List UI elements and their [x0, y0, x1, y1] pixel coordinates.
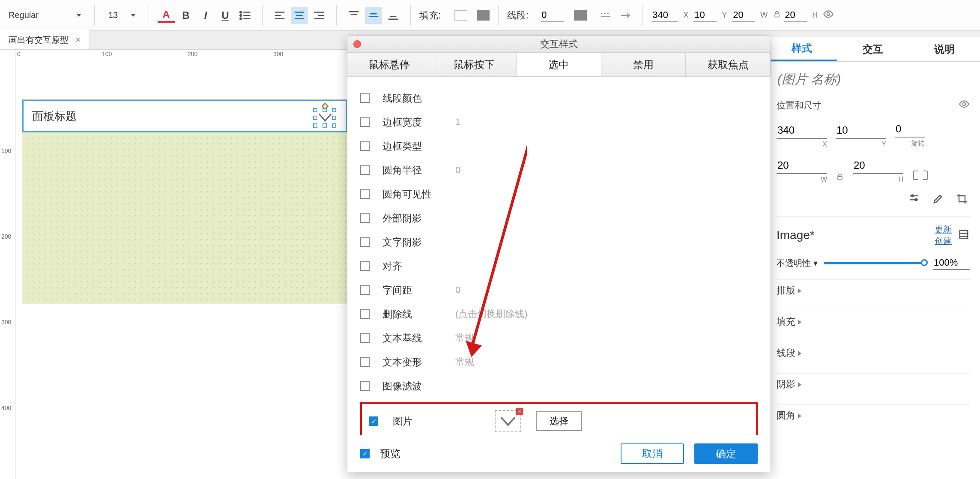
- visibility-toggle-icon[interactable]: [823, 9, 834, 22]
- option-checkbox[interactable]: [360, 309, 370, 319]
- option-value: 0: [455, 165, 460, 176]
- align-right-button[interactable]: [311, 7, 328, 24]
- close-icon[interactable]: ×: [75, 34, 81, 45]
- fill-transparent-swatch[interactable]: [454, 10, 467, 21]
- accordion-corner[interactable]: 圆角: [777, 404, 970, 426]
- text-color-button[interactable]: A: [158, 8, 175, 23]
- w-label: W: [760, 11, 768, 20]
- interaction-style-dialog: 交互样式 鼠标悬停 鼠标按下 选中 禁用 获取焦点 线段颜色 边框宽度 1 边框…: [347, 35, 771, 472]
- option-checkbox[interactable]: [360, 285, 370, 295]
- opacity-label[interactable]: 不透明性 ▾: [777, 257, 818, 269]
- valign-bottom-button[interactable]: [385, 7, 402, 24]
- svg-point-25: [827, 13, 830, 16]
- option-checkbox[interactable]: [360, 261, 370, 271]
- dialog-titlebar[interactable]: 交互样式: [347, 36, 771, 53]
- underline-button[interactable]: U: [217, 7, 234, 24]
- tab-disabled[interactable]: 禁用: [601, 53, 686, 76]
- tab-focused[interactable]: 获取焦点: [686, 53, 771, 76]
- opacity-slider[interactable]: [824, 262, 927, 264]
- w-input[interactable]: [732, 9, 755, 22]
- preview-checkbox[interactable]: ✓: [360, 449, 370, 458]
- option-label: 圆角可见性: [382, 188, 442, 201]
- document-tab[interactable]: 画出有交互原型 ×: [0, 30, 90, 49]
- lock-aspect-icon[interactable]: [773, 10, 781, 21]
- h-label: H: [812, 11, 818, 20]
- pos-h-input[interactable]: [853, 158, 903, 174]
- option-value: 常规: [455, 356, 474, 368]
- panel-header[interactable]: 面板标题: [22, 100, 347, 132]
- arrow-style-button[interactable]: [617, 7, 634, 24]
- italic-button[interactable]: I: [197, 7, 214, 24]
- accordion-typography[interactable]: 排版: [777, 279, 970, 301]
- pencil-icon[interactable]: [932, 193, 944, 207]
- panel-widget[interactable]: 面板标题: [22, 99, 347, 304]
- manage-styles-icon[interactable]: [958, 228, 970, 242]
- option-checkbox[interactable]: [360, 381, 370, 391]
- font-family-select[interactable]: Regular: [4, 10, 86, 20]
- svg-rect-24: [775, 14, 779, 17]
- pos-x-input[interactable]: [777, 123, 827, 139]
- opacity-input[interactable]: [933, 256, 970, 270]
- option-checkbox[interactable]: [360, 165, 370, 175]
- align-center-button[interactable]: [291, 7, 308, 24]
- valign-top-button[interactable]: [345, 7, 362, 24]
- sliders-icon[interactable]: [908, 193, 920, 207]
- panel-body[interactable]: [22, 132, 347, 304]
- accordion-shadow[interactable]: 阴影: [777, 373, 970, 395]
- style-option-row: 圆角可见性: [360, 182, 758, 206]
- style-option-row: 对齐: [360, 254, 758, 278]
- pos-y-input[interactable]: [836, 123, 886, 139]
- ruler-vertical[interactable]: 100 200 300 400: [0, 65, 15, 479]
- widget-name-input[interactable]: [777, 69, 970, 89]
- option-checkbox[interactable]: [360, 237, 370, 247]
- image-thumbnail[interactable]: ×: [495, 410, 521, 432]
- option-checkbox[interactable]: [360, 93, 370, 103]
- option-checkbox[interactable]: [360, 357, 370, 367]
- lock-aspect-icon[interactable]: [836, 173, 844, 183]
- option-checkbox[interactable]: [360, 141, 370, 151]
- bullet-list-button[interactable]: [236, 7, 254, 24]
- bold-button[interactable]: B: [177, 7, 194, 24]
- h-input[interactable]: [784, 9, 807, 22]
- align-left-button[interactable]: [271, 7, 288, 24]
- line-width-input[interactable]: [541, 9, 564, 22]
- tab-style[interactable]: 样式: [766, 37, 837, 61]
- y-input[interactable]: [693, 9, 717, 22]
- select-image-button[interactable]: 选择: [536, 411, 582, 431]
- accordion-fill[interactable]: 填充: [777, 311, 970, 332]
- line-color-swatch[interactable]: [574, 10, 587, 21]
- update-link[interactable]: 更新: [935, 224, 952, 235]
- valign-middle-button[interactable]: [365, 7, 382, 24]
- cancel-button[interactable]: 取消: [621, 443, 684, 464]
- remove-image-icon[interactable]: ×: [516, 408, 523, 415]
- fill-color-swatch[interactable]: [477, 10, 490, 21]
- create-link[interactable]: 创建: [935, 235, 952, 247]
- x-input[interactable]: [651, 9, 678, 22]
- pos-w-input[interactable]: [777, 158, 827, 174]
- tab-selected[interactable]: 选中: [517, 53, 601, 76]
- pos-rot-input[interactable]: [895, 121, 925, 138]
- font-family-value: Regular: [9, 10, 39, 20]
- visibility-icon[interactable]: [959, 99, 970, 112]
- option-value: (点击切换删除线): [455, 308, 528, 320]
- accordion-line[interactable]: 线段: [777, 342, 970, 364]
- font-size-select[interactable]: 13: [103, 10, 140, 20]
- option-checkbox[interactable]: [360, 333, 370, 343]
- option-checkbox[interactable]: [360, 189, 370, 199]
- dialog-title: 交互样式: [540, 38, 578, 51]
- selection-handles[interactable]: [313, 107, 337, 129]
- tab-interaction[interactable]: 交互: [837, 37, 908, 61]
- tab-mousedown[interactable]: 鼠标按下: [432, 53, 517, 76]
- inspector-tabs: 样式 交互 说明: [766, 37, 980, 62]
- flip-icons[interactable]: [912, 169, 929, 183]
- ok-button[interactable]: 确定: [694, 443, 758, 464]
- tab-mouseover[interactable]: 鼠标悬停: [347, 53, 432, 76]
- line-style-button[interactable]: [597, 7, 614, 24]
- option-checkbox[interactable]: [360, 213, 370, 223]
- tab-notes[interactable]: 说明: [909, 37, 980, 61]
- option-checkbox[interactable]: [360, 117, 370, 127]
- window-close-dot[interactable]: [353, 40, 361, 48]
- crop-icon[interactable]: [956, 193, 968, 207]
- option-value: 0: [455, 284, 460, 296]
- image-checkbox[interactable]: ✓: [369, 416, 378, 426]
